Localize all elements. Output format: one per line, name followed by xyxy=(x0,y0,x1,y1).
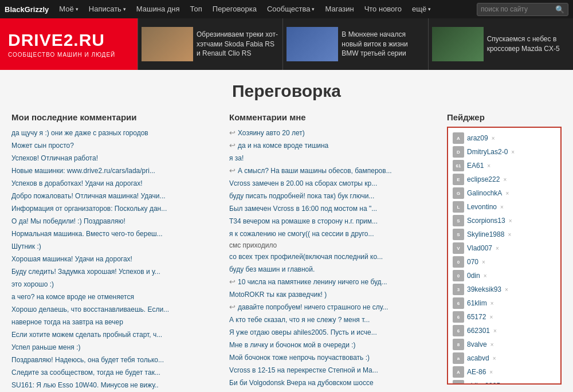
comment-link[interactable]: буду без машин и главной. xyxy=(229,264,315,275)
comment-link[interactable]: да и на комсе вроде тишина xyxy=(238,140,328,151)
comment-link[interactable]: Успехов в доработках! Удачи на дорогах! xyxy=(11,179,143,187)
comment-link[interactable]: Мой бочонок тоже непрочь поучаствовать :… xyxy=(229,352,370,363)
comment-link[interactable]: Хорошо делаешь, что восстанавливаешь. Ес… xyxy=(11,305,169,313)
comment-link[interactable]: Добро пожаловать! Отличная машинка! Удач… xyxy=(11,192,166,200)
comment-link[interactable]: Хорошая машинка! Удачи на дорогах! xyxy=(11,255,132,263)
pager-user-link[interactable]: ahiles2005 xyxy=(467,382,500,385)
list-item: Если хотите можем сделать пробный старт,… xyxy=(11,330,218,340)
remove-pager-user-icon[interactable]: × xyxy=(504,383,507,385)
site-brand[interactable]: BlackGrizzly xyxy=(5,5,49,14)
search-input[interactable] xyxy=(477,3,552,15)
nav-top[interactable]: Топ xyxy=(186,0,207,18)
remove-pager-user-icon[interactable]: × xyxy=(509,218,512,224)
comment-link[interactable]: Поздравляю! Надеюсь, она будет тебя толь… xyxy=(11,356,164,364)
comment-link[interactable]: Хозяину авто 20 лет) xyxy=(238,128,305,138)
remove-pager-user-icon[interactable]: × xyxy=(489,314,493,320)
pager-user-link[interactable]: DmitryLas2-0 xyxy=(467,148,508,156)
pager-user-link[interactable]: Skyline1988 xyxy=(467,230,504,238)
remove-pager-user-icon[interactable]: × xyxy=(489,369,493,375)
comment-link[interactable]: Я уже отдаю оверы ahiles2005. Пусть и ис… xyxy=(229,327,377,338)
comment-link[interactable]: Был замечен Vcross в 16:00 под мостом на… xyxy=(229,203,377,214)
remove-pager-user-icon[interactable]: × xyxy=(505,190,509,197)
remove-pager-user-icon[interactable]: × xyxy=(487,163,490,169)
remove-pager-user-icon[interactable]: × xyxy=(490,300,494,307)
comment-link[interactable]: Нормальная машинка. Вместо чего-то береш… xyxy=(11,230,163,238)
comment-link[interactable]: Новые машинки: www.drive2.ru/cars/lada/p… xyxy=(11,167,155,175)
hero-news-item-2[interactable]: В Мюнхене начался новый виток в жизни BM… xyxy=(282,18,427,70)
comment-link[interactable]: со всех трех профилей(включая последний … xyxy=(229,252,383,262)
news-thumbnail-1 xyxy=(142,27,193,61)
remove-pager-user-icon[interactable]: × xyxy=(508,232,511,238)
remove-pager-user-icon[interactable]: × xyxy=(505,287,508,293)
remove-pager-user-icon[interactable]: × xyxy=(484,273,487,279)
comment-link[interactable]: Следите за сообществом, тогда не будет т… xyxy=(11,369,160,377)
pager-user-link[interactable]: araz09 xyxy=(467,134,488,142)
logo-text: DRIVE2.RU xyxy=(8,30,129,50)
nav-eshcho[interactable]: ещё ▾ xyxy=(407,0,435,18)
comment-link[interactable]: я за! xyxy=(229,153,244,163)
pager-user-link[interactable]: 0din xyxy=(467,272,480,280)
comment-link[interactable]: я к сожалению не смогу(( на сессии в дру… xyxy=(229,229,374,239)
pager-user-link[interactable]: 8valve xyxy=(467,340,487,348)
comment-link[interactable]: это хорошо :) xyxy=(11,280,54,288)
comment-link[interactable]: SU161: Я лью Esso 10W40. Минусов не вижу… xyxy=(11,381,159,389)
comment-link[interactable]: 10 числа на памятнике ленину ничего не б… xyxy=(238,277,387,287)
comment-link[interactable]: Если хотите можем сделать пробный старт,… xyxy=(11,331,162,339)
nav-moe[interactable]: Моё ▾ xyxy=(54,0,83,18)
comment-link[interactable]: Шутник :) xyxy=(11,242,41,250)
search-button[interactable]: 🔍 xyxy=(552,3,568,15)
nav-chto-novogo[interactable]: Что нового xyxy=(360,0,406,18)
nav-mashina-dnya[interactable]: Машина дня xyxy=(132,0,185,18)
nav-napisat[interactable]: Написать ▾ xyxy=(84,0,131,18)
pager-user-link[interactable]: Vlad007 xyxy=(467,244,492,252)
nav-soobshchestva[interactable]: Сообщества ▾ xyxy=(262,0,320,18)
hero-news-item-3[interactable]: Спускаемся с небес в кроссовер Mazda CX-… xyxy=(428,18,573,70)
remove-pager-user-icon[interactable]: × xyxy=(503,177,507,183)
comment-link[interactable]: Мне в личку и бочонок мой в очереди :) xyxy=(229,340,356,350)
comment-link[interactable]: Т34 вечером на ромашке в сторону н.г. пр… xyxy=(229,216,378,226)
comment-link[interactable]: MotoROKR ты как разведчик! ) xyxy=(229,289,327,300)
remove-pager-user-icon[interactable]: × xyxy=(492,135,495,142)
remove-pager-user-icon[interactable]: × xyxy=(496,245,499,252)
comment-link[interactable]: Vcross замечен в 20.00 на сборах смотры … xyxy=(229,178,377,189)
remove-pager-user-icon[interactable]: × xyxy=(511,149,515,155)
remove-pager-user-icon[interactable]: × xyxy=(493,328,497,334)
comment-link[interactable]: Буду следить! Задумка хорошая! Успехов и… xyxy=(11,268,160,276)
comment-link[interactable]: буду писать подробней! пока так) бук глю… xyxy=(229,191,374,201)
pager-user-link[interactable]: GalinochkA xyxy=(467,189,502,197)
pager-user-link[interactable]: 662301 xyxy=(467,327,490,335)
comment-link[interactable]: а чего? на комсе вроде не отменяется xyxy=(11,293,134,301)
comment-link[interactable]: А кто тебе сказал, что я не слежу ? меня… xyxy=(229,315,370,325)
remove-pager-user-icon[interactable]: × xyxy=(500,204,504,210)
comment-link[interactable]: Может сын просто? xyxy=(11,142,74,150)
list-item: Может сын просто? xyxy=(11,140,218,151)
remove-pager-user-icon[interactable]: × xyxy=(482,259,485,265)
comment-link[interactable]: да щучу я :) они же даже с разных городо… xyxy=(11,129,148,137)
avatar: a xyxy=(453,352,464,364)
comment-link[interactable]: наверное тогда на завтра на вечер xyxy=(11,318,123,326)
pager-user-link[interactable]: 65172 xyxy=(467,313,486,321)
pager-user-link[interactable]: Scorpions13 xyxy=(467,217,505,225)
comment-link[interactable]: Успехов! Отличная работа! xyxy=(11,154,98,162)
comment-link[interactable]: О да! Мы победили! :) Поздравляю! xyxy=(11,217,125,225)
pager-user-link[interactable]: Levontino xyxy=(467,203,497,211)
logo-subtitle: СООБЩЕСТВО МАШИН И ЛЮДЕЙ xyxy=(8,52,129,58)
comment-link[interactable]: Vcross в 12-15 на перекрестке Степной и … xyxy=(229,365,378,375)
pager-user-link[interactable]: AE-86 xyxy=(467,368,486,376)
pager-user-link[interactable]: 39keksik93 xyxy=(467,285,501,293)
nav-magazin[interactable]: Магазин xyxy=(320,0,358,18)
remove-pager-user-icon[interactable]: × xyxy=(493,355,496,362)
pager-user-link[interactable]: acabvd xyxy=(467,354,489,362)
pager-user-link[interactable]: EA61 xyxy=(467,162,484,170)
pager-user-link[interactable]: eclipse222 xyxy=(467,175,500,183)
pager-user-link[interactable]: 61klim xyxy=(467,299,487,307)
hero-news-item-1[interactable]: Обрезиниваем треки хот-хэтчами Skoda Fab… xyxy=(138,18,282,70)
pager-user-link[interactable]: 070 xyxy=(467,258,478,266)
comment-link[interactable]: Би би Volgodonsk Вчера на дубовском шосс… xyxy=(229,378,374,388)
remove-pager-user-icon[interactable]: × xyxy=(490,342,494,348)
nav-peregovorka[interactable]: Переговорка xyxy=(208,0,261,18)
comment-link[interactable]: Успел раньше меня :) xyxy=(11,343,81,351)
comment-link[interactable]: Информация от организаторов: Поскольку д… xyxy=(11,205,167,213)
comment-link[interactable]: давайте попробуем! ничего страшного не с… xyxy=(238,302,388,312)
comment-link[interactable]: А смысл? На ваши машины обесов, бамперов… xyxy=(238,166,392,176)
